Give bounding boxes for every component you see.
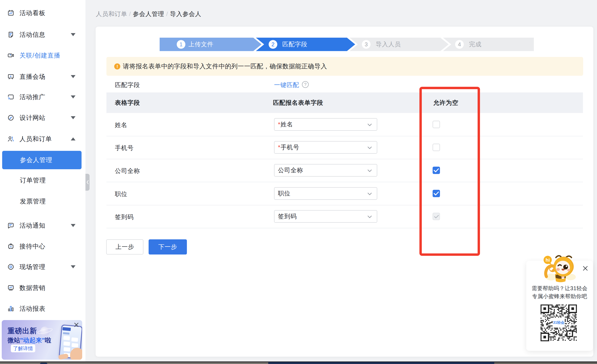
- svg-text:31轻会: 31轻会: [553, 321, 565, 324]
- svg-text:hi: hi: [546, 257, 550, 263]
